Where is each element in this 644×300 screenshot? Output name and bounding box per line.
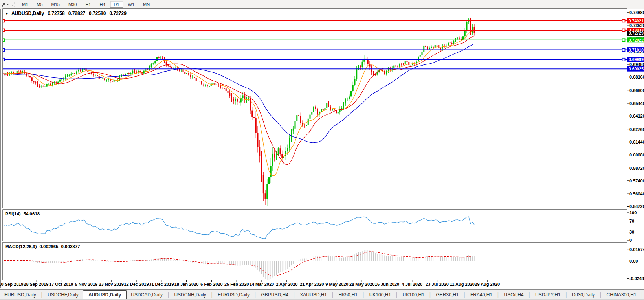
candle-body <box>363 59 365 62</box>
chart-tab-audusd-daily[interactable]: AUDUSD,Daily <box>83 290 127 300</box>
candle-body <box>205 85 206 86</box>
candle-body <box>201 81 202 85</box>
candle-body <box>186 73 187 74</box>
candle-body <box>138 71 139 72</box>
candle-body <box>300 116 301 123</box>
chart-tab-usdcnh-daily[interactable]: USDCNH,Daily <box>170 291 210 300</box>
price-tick-label: 0.62760 <box>629 127 644 132</box>
candle-body <box>341 108 342 109</box>
chart-tab-usdjpy-h1[interactable]: USDJPY,H1 <box>531 291 565 300</box>
candle-body <box>31 77 33 81</box>
chart-tab-china300-h1[interactable]: CHINA300,H1 <box>602 291 641 300</box>
chart-tab-uk100-h1[interactable]: UK100,H1 <box>365 291 395 300</box>
candle-body <box>229 93 230 96</box>
rsi-tick-label: 0 <box>629 238 632 243</box>
candle-body <box>253 117 255 118</box>
chart-tab-eurusd-daily[interactable]: EURUSD,Daily <box>213 291 254 300</box>
candle-body <box>87 71 88 72</box>
line-anchor-handle[interactable] <box>2 19 5 22</box>
tab-separator: │ <box>362 291 365 300</box>
candle-body <box>306 125 307 126</box>
candle-body <box>199 81 200 81</box>
line-anchor-handle[interactable] <box>622 39 625 41</box>
symbol-dropdown-icon[interactable]: ▼ <box>5 12 9 16</box>
chart-tab-uk100-h1[interactable]: UK100,H1 <box>398 291 429 300</box>
candle-body <box>104 78 105 80</box>
price-tag-label: 0.72022 <box>629 38 644 42</box>
candle-body <box>401 64 402 64</box>
candle-body <box>169 66 171 67</box>
candle-body <box>235 99 236 101</box>
candle-body <box>266 184 268 199</box>
candle-body <box>97 75 98 76</box>
chart-tab-eurusd-daily[interactable]: EURUSD,Daily <box>0 291 40 300</box>
candle-body <box>61 80 62 80</box>
candle-body <box>446 46 447 46</box>
candle-body <box>418 57 419 62</box>
candle-body <box>431 47 432 48</box>
candle-body <box>268 177 270 184</box>
tab-separator: │ <box>331 291 334 300</box>
line-anchor-handle[interactable] <box>622 48 625 51</box>
chart-tab-gbpusd-h4[interactable]: GBPUSD,H4 <box>257 291 292 300</box>
candle-body <box>37 83 38 86</box>
candle-body <box>265 193 266 199</box>
macd-tick-label: 0.00 <box>629 259 638 263</box>
line-anchor-handle[interactable] <box>2 39 5 41</box>
date-tick-label: 14 Mar 2020 <box>250 282 274 287</box>
candle-body <box>65 76 66 79</box>
candle-body <box>293 129 294 131</box>
candle-body <box>410 65 411 65</box>
candle-body <box>407 61 408 62</box>
tab-separator: │ <box>40 291 44 300</box>
candle-body <box>228 91 229 93</box>
chart-canvas[interactable]: 0.748800.735200.721600.708000.694800.681… <box>0 0 644 300</box>
line-anchor-handle[interactable] <box>622 19 625 22</box>
candle-body <box>108 79 109 80</box>
chart-tab-dj30-daily[interactable]: DJ30,Daily <box>568 291 599 300</box>
candle-body <box>80 70 81 70</box>
candle-body <box>156 57 158 61</box>
candle-body <box>190 75 191 77</box>
candle-body <box>26 73 27 76</box>
date-tick-label: 23 Jul 2020 <box>426 282 449 287</box>
candle-body <box>102 78 103 79</box>
candle-body <box>287 148 288 151</box>
price-tick-label: 0.54720 <box>629 204 644 209</box>
line-anchor-handle[interactable] <box>2 29 5 32</box>
candle-body <box>313 107 314 112</box>
candle-body <box>168 65 169 66</box>
date-tick-label: 21 Apr 2020 <box>300 282 324 287</box>
chart-tab-usoil-h4[interactable]: USOil,H4 <box>500 291 528 300</box>
candle-body <box>285 151 286 156</box>
chart-tab-xauusd-h1[interactable]: XAUUSD,H1 <box>295 291 331 300</box>
candle-body <box>289 138 290 148</box>
ohlc-close: 0.72729 <box>109 11 126 16</box>
date-tick-label: 16 Jun 2020 <box>375 282 399 287</box>
candle-body <box>423 46 424 52</box>
candle-body <box>112 81 113 81</box>
candle-body <box>237 99 238 102</box>
candle-body <box>188 73 189 75</box>
chart-tab-usdchf-daily[interactable]: USDCHF,Daily <box>43 291 83 300</box>
candle-body <box>207 85 208 86</box>
chart-tab-hk50-h1[interactable]: HK50,H1 <box>334 291 362 300</box>
chart-tab-usdcad-daily[interactable]: USDCAD,Daily <box>127 291 167 300</box>
candle-body <box>184 72 185 74</box>
line-anchor-handle[interactable] <box>2 58 5 61</box>
candle-body <box>382 70 383 71</box>
date-tick-label: 17 Oct 2019 <box>49 282 73 287</box>
line-anchor-handle[interactable] <box>622 29 625 32</box>
date-tick-label: 11 Aug 2020 <box>450 282 475 287</box>
line-anchor-handle[interactable] <box>622 58 625 61</box>
candle-body <box>429 48 430 49</box>
candle-body <box>220 85 221 88</box>
candle-body <box>101 79 102 79</box>
candle-body <box>393 66 394 68</box>
candle-body <box>57 82 59 83</box>
chart-tab-ger30-h1[interactable]: GER30,H1 <box>431 291 463 300</box>
date-tick-label: 31 Dec 2019 <box>149 282 174 287</box>
candle-body <box>408 62 409 65</box>
chart-tab-fra40-h1[interactable]: FRA40,H1 <box>466 291 497 300</box>
line-anchor-handle[interactable] <box>2 48 5 51</box>
